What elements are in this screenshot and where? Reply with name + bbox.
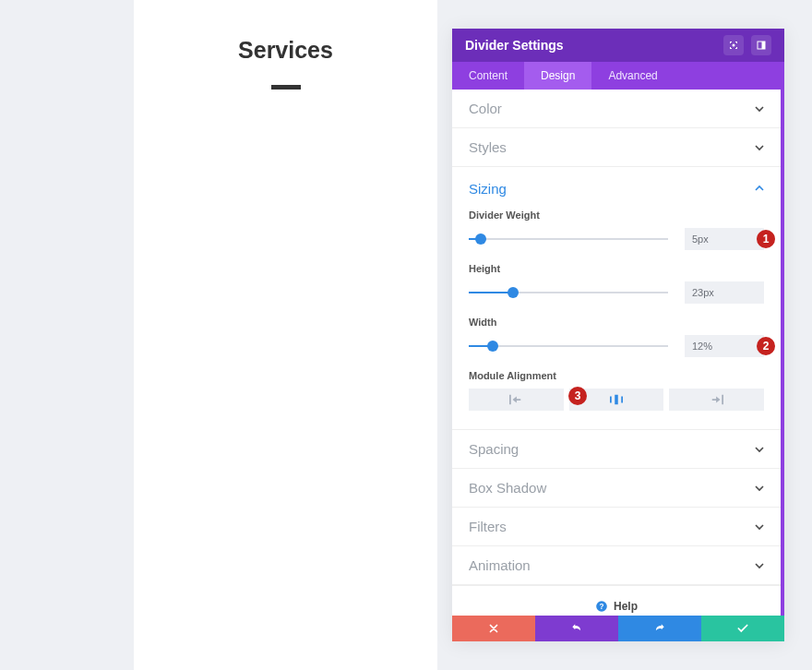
svg-rect-6	[621, 397, 623, 403]
section-sizing: Sizing Divider Weight 5px 1	[452, 167, 781, 430]
chevron-down-icon	[755, 557, 764, 574]
panel-footer	[452, 616, 784, 641]
preview-heading: Services	[134, 37, 437, 64]
help-icon: ?	[595, 600, 608, 613]
section-label: Styles	[469, 139, 755, 155]
align-left-button[interactable]	[469, 389, 564, 411]
chevron-down-icon	[755, 441, 764, 458]
section-label: Animation	[469, 557, 755, 573]
field-height: Height 23px	[469, 263, 764, 304]
dock-icon	[756, 40, 767, 51]
svg-rect-5	[615, 395, 618, 405]
section-label: Spacing	[469, 441, 755, 457]
section-color[interactable]: Color	[452, 90, 781, 128]
chevron-down-icon	[755, 519, 764, 535]
height-value[interactable]: 23px	[685, 281, 764, 304]
section-sizing-header[interactable]: Sizing	[469, 180, 764, 197]
panel-title: Divider Settings	[465, 38, 716, 53]
svg-rect-2	[762, 42, 766, 49]
check-icon	[736, 622, 749, 635]
align-right-icon	[710, 394, 723, 405]
svg-point-0	[733, 44, 735, 47]
svg-rect-4	[610, 397, 612, 403]
preview-divider-line	[271, 85, 301, 90]
svg-rect-7	[722, 395, 723, 405]
field-width: Width 12% 2	[469, 317, 764, 357]
section-label: Filters	[469, 519, 755, 534]
undo-button[interactable]	[535, 616, 618, 641]
width-value[interactable]: 12%	[685, 335, 764, 357]
section-spacing[interactable]: Spacing	[452, 430, 781, 469]
chevron-down-icon	[755, 139, 764, 156]
chevron-up-icon	[755, 180, 764, 197]
align-left-icon	[509, 394, 522, 405]
tab-design[interactable]: Design	[524, 62, 591, 90]
svg-text:?: ?	[599, 602, 603, 610]
panel-header: Divider Settings	[452, 29, 784, 62]
tab-advanced[interactable]: Advanced	[591, 62, 674, 90]
undo-icon	[570, 622, 583, 635]
panel-tabs: Content Design Advanced	[452, 62, 784, 90]
width-slider[interactable]	[469, 339, 668, 353]
settings-panel: Divider Settings Content Design Advanced…	[452, 29, 784, 641]
target-icon	[728, 40, 739, 51]
chevron-down-icon	[755, 101, 764, 117]
preview-pane: Services	[134, 0, 437, 670]
help-label: Help	[614, 600, 638, 613]
field-label: Divider Weight	[469, 209, 764, 221]
field-alignment: Module Alignment	[469, 370, 764, 411]
height-slider[interactable]	[469, 285, 668, 300]
field-label: Width	[469, 317, 764, 328]
cancel-button[interactable]	[452, 616, 535, 641]
divider-weight-slider[interactable]	[469, 232, 668, 246]
section-label: Box Shadow	[469, 480, 755, 496]
chevron-down-icon	[755, 480, 764, 497]
section-filters[interactable]: Filters	[452, 508, 781, 546]
close-icon	[487, 622, 500, 635]
redo-button[interactable]	[618, 616, 701, 641]
save-button[interactable]	[701, 616, 784, 641]
dock-panel-button[interactable]	[751, 35, 771, 55]
section-box-shadow[interactable]: Box Shadow	[452, 469, 781, 508]
field-label: Height	[469, 263, 764, 274]
svg-rect-3	[509, 395, 511, 405]
field-label: Module Alignment	[469, 370, 764, 381]
section-label: Sizing	[469, 181, 755, 197]
callout-badge-3: 3	[568, 387, 587, 405]
help-link[interactable]: ? Help	[452, 585, 781, 616]
divider-weight-value[interactable]: 5px	[685, 228, 764, 250]
callout-badge-2: 2	[757, 337, 775, 355]
callout-badge-1: 1	[757, 230, 775, 248]
redo-icon	[653, 622, 666, 635]
field-divider-weight: Divider Weight 5px 1	[469, 209, 764, 250]
tab-content[interactable]: Content	[452, 62, 524, 90]
align-center-icon	[610, 394, 623, 405]
align-right-button[interactable]	[669, 389, 764, 411]
panel-body[interactable]: Color Styles Sizing Divider Weight	[452, 90, 784, 616]
section-animation[interactable]: Animation	[452, 546, 781, 585]
section-label: Color	[469, 101, 755, 116]
expand-panel-button[interactable]	[723, 35, 744, 55]
section-styles[interactable]: Styles	[452, 128, 781, 167]
